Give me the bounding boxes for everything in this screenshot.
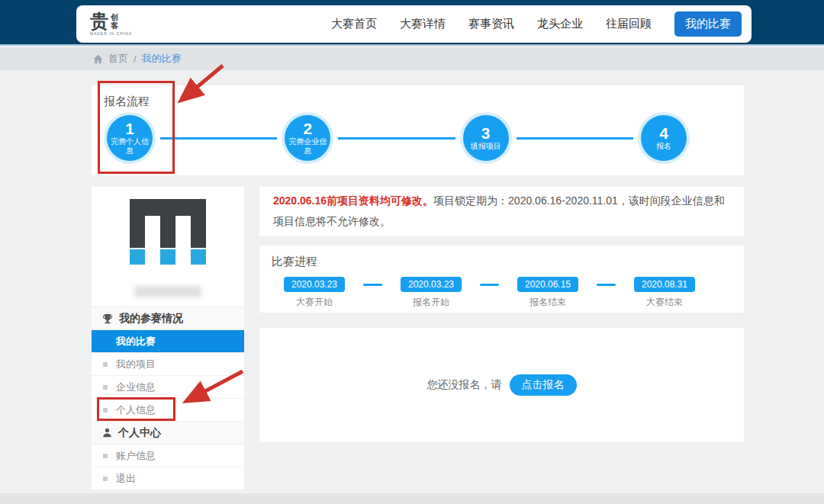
annotation-arrow-personal-info xyxy=(182,366,249,406)
site-logo[interactable]: 贵 创 客 MAKER IN CHINA xyxy=(90,12,132,36)
milestone-label: 大赛结束 xyxy=(646,296,683,309)
step-number: 2 xyxy=(303,121,312,136)
sidebar-item-label: 账户信息 xyxy=(116,449,156,463)
my-competition-button[interactable]: 我的比赛 xyxy=(674,11,742,37)
step-label: 报名 xyxy=(644,142,684,151)
sidebar-section-title: 个人中心 xyxy=(118,426,161,440)
home-icon xyxy=(93,54,103,64)
annotation-arrow-step1 xyxy=(174,61,229,105)
notice-panel: 2020.06.16前项目资料均可修改。项目锁定期为：2020.06.16-20… xyxy=(259,187,744,236)
nav-item-details[interactable]: 大赛详情 xyxy=(400,17,446,31)
navbar: 贵 创 客 MAKER IN CHINA 大赛首页 大赛详情 赛事资讯 龙头企业… xyxy=(76,5,752,43)
page: 贵 创 客 MAKER IN CHINA 大赛首页 大赛详情 赛事资讯 龙头企业… xyxy=(0,0,824,504)
sidebar-section-competition: 我的参赛情况 xyxy=(92,307,244,330)
bullet-icon xyxy=(103,477,108,481)
annotation-box-personal-info xyxy=(97,397,175,421)
step-label: 填报项目 xyxy=(466,142,506,151)
breadcrumb-separator: / xyxy=(134,53,137,65)
trophy-icon xyxy=(102,313,113,324)
sidebar-item-label: 我的项目 xyxy=(116,358,156,371)
milestone-signup-start: 2020.03.23 报名开始 xyxy=(398,277,465,309)
person-icon xyxy=(102,428,112,438)
logo-subtitle: MAKER IN CHINA xyxy=(90,32,132,36)
sidebar-section-title: 我的参赛情况 xyxy=(119,312,183,326)
step-connector xyxy=(517,137,633,140)
annotation-box-step1 xyxy=(98,81,175,174)
top-navy-bar: 贵 创 客 MAKER IN CHINA 大赛首页 大赛详情 赛事资讯 龙头企业… xyxy=(0,0,824,46)
nav-item-news[interactable]: 赛事资讯 xyxy=(468,17,514,31)
profile-card xyxy=(92,187,244,307)
milestone-label: 报名开始 xyxy=(413,296,449,309)
timeline-dash xyxy=(363,284,382,286)
progress-title: 比赛进程 xyxy=(259,253,744,277)
competition-progress-panel: 比赛进程 2020.03.23 大赛开始 2020.03.23 报名开始 202… xyxy=(259,246,744,313)
nav-item-enterprises[interactable]: 龙头企业 xyxy=(537,17,583,31)
sidebar-item-account-info[interactable]: 账户信息 xyxy=(92,445,244,467)
timeline: 2020.03.23 大赛开始 2020.03.23 报名开始 2020.06.… xyxy=(259,277,744,309)
milestone-competition-end: 2020.08.31 大赛结束 xyxy=(631,277,698,309)
step-2-company-info[interactable]: 2 完善企业信息 xyxy=(285,115,330,161)
register-prompt-text: 您还没报名，请 xyxy=(427,378,502,392)
step-label: 完善企业信息 xyxy=(288,137,327,156)
register-prompt-panel: 您还没报名，请 点击报名 xyxy=(259,328,744,442)
milestone-date: 2020.06.15 xyxy=(517,277,578,292)
milestone-date: 2020.08.31 xyxy=(634,277,695,292)
bullet-icon xyxy=(103,385,108,390)
milestone-label: 报名结束 xyxy=(529,296,566,309)
censored-username xyxy=(134,286,201,297)
sidebar: 我的参赛情况 我的比赛 我的项目 企业信息 个人信息 个人中心 账户信息 xyxy=(92,187,244,490)
milestone-date: 2020.03.23 xyxy=(401,277,462,292)
timeline-dash xyxy=(597,284,616,286)
step-number: 3 xyxy=(481,126,491,141)
sidebar-section-personal-center: 个人中心 xyxy=(92,422,244,445)
step-4-register[interactable]: 4 报名 xyxy=(641,115,687,161)
step-3-project[interactable]: 3 填报项目 xyxy=(463,115,509,161)
milestone-label: 大赛开始 xyxy=(296,296,333,309)
footer-strip xyxy=(0,493,824,504)
nav-item-past[interactable]: 往届回顾 xyxy=(606,17,652,31)
timeline-dash xyxy=(480,284,499,286)
breadcrumb-home[interactable]: 首页 xyxy=(108,52,128,66)
logo-cn-text: 创 客 xyxy=(111,14,118,30)
flow-steps: 1 完善个人信息 2 完善企业信息 3 填报项目 4 报名 xyxy=(92,115,744,161)
sidebar-item-logout[interactable]: 退出 xyxy=(92,467,244,490)
bullet-icon xyxy=(103,362,108,367)
milestone-competition-start: 2020.03.23 大赛开始 xyxy=(281,277,348,309)
notice-highlight: 2020.06.16前项目资料均可修改。 xyxy=(273,194,433,207)
milestone-signup-end: 2020.06.15 报名结束 xyxy=(514,277,581,309)
company-logo xyxy=(130,199,206,265)
step-number: 4 xyxy=(659,126,668,141)
sidebar-item-label: 企业信息 xyxy=(116,380,156,394)
step-connector xyxy=(338,137,455,140)
breadcrumb: 首页 / 我的比赛 xyxy=(0,47,824,70)
step-connector xyxy=(160,137,277,140)
milestone-date: 2020.03.23 xyxy=(284,277,345,292)
logo-mark-icon: 贵 xyxy=(90,12,108,30)
nav-item-home[interactable]: 大赛首页 xyxy=(331,17,377,31)
click-to-register-button[interactable]: 点击报名 xyxy=(510,374,577,396)
sidebar-item-label: 退出 xyxy=(116,472,136,486)
sidebar-item-my-competition[interactable]: 我的比赛 xyxy=(92,330,244,353)
sidebar-item-label: 我的比赛 xyxy=(116,335,156,348)
nav-menu: 大赛首页 大赛详情 赛事资讯 龙头企业 往届回顾 我的比赛 xyxy=(331,11,742,37)
bullet-icon xyxy=(103,454,108,458)
